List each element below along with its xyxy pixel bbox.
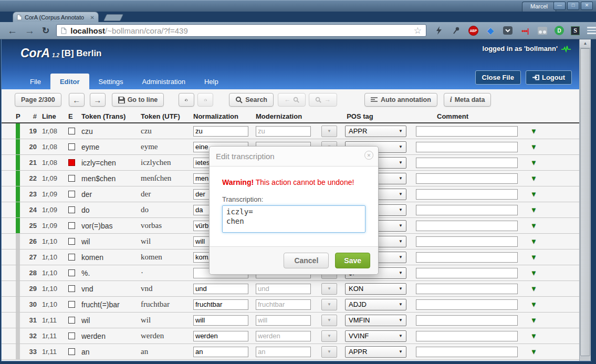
cancel-button[interactable]: Cancel — [284, 253, 329, 268]
error-checkbox[interactable] — [68, 238, 75, 245]
modernization-input[interactable] — [256, 299, 311, 310]
row-expand-icon[interactable]: ▼ — [530, 159, 537, 166]
modernization-input[interactable] — [256, 126, 311, 137]
error-checkbox[interactable] — [68, 175, 75, 182]
window-maximize-button[interactable]: □ — [567, 2, 579, 10]
tab-editor[interactable]: Editor — [50, 74, 89, 89]
row-expand-icon[interactable]: ▼ — [530, 285, 537, 292]
token-trans[interactable]: czu — [81, 127, 137, 136]
error-checkbox[interactable] — [68, 206, 75, 213]
goto-line-button[interactable]: Go to line — [112, 93, 164, 107]
pocket-extension-icon[interactable] — [503, 26, 513, 35]
adblock-extension-icon[interactable]: ABP — [468, 26, 478, 36]
dots-extension-icon[interactable]: •••| — [520, 25, 530, 36]
token-trans[interactable]: frucht(=)bar — [81, 300, 137, 309]
token-trans[interactable]: werden — [81, 332, 137, 340]
normalization-input[interactable] — [193, 126, 248, 137]
logout-button[interactable]: Logout — [526, 70, 572, 85]
error-checkbox[interactable] — [68, 332, 75, 339]
error-checkbox[interactable] — [68, 285, 75, 292]
comment-input[interactable] — [416, 252, 518, 263]
row-expand-icon[interactable]: ▼ — [530, 332, 537, 339]
prev-page-button[interactable]: ← — [69, 93, 85, 107]
lightning-extension-icon[interactable] — [434, 25, 444, 36]
new-tab-button[interactable] — [103, 14, 123, 21]
error-checkbox[interactable] — [68, 128, 75, 134]
modernization-input[interactable] — [256, 284, 311, 294]
transcription-textarea[interactable]: iczly= chen — [222, 205, 365, 233]
pin-extension-icon[interactable] — [451, 25, 462, 36]
comment-input[interactable] — [416, 189, 518, 200]
comment-input[interactable] — [416, 315, 518, 326]
token-trans[interactable]: der — [81, 190, 137, 199]
token-trans[interactable]: iczly=chen — [81, 159, 137, 167]
comment-input[interactable] — [416, 221, 518, 231]
comment-input[interactable] — [416, 126, 518, 137]
browser-menu-icon[interactable] — [587, 27, 596, 34]
token-trans[interactable]: eyme — [81, 143, 137, 151]
error-checkbox[interactable] — [68, 254, 75, 261]
row-expand-icon[interactable]: ▼ — [530, 175, 537, 182]
normalization-input[interactable] — [193, 315, 248, 326]
normalization-input[interactable] — [193, 299, 248, 310]
token-trans[interactable]: vnd — [81, 285, 137, 293]
auto-annotation-button[interactable]: Auto annotation — [364, 93, 437, 107]
error-checkbox[interactable] — [68, 317, 75, 324]
scrollbar-up-icon[interactable]: ▲ — [580, 39, 591, 48]
window-close-button[interactable]: ✕ — [581, 2, 593, 10]
save-button[interactable]: Save — [335, 253, 370, 268]
error-checkbox[interactable] — [68, 222, 75, 229]
modernization-input[interactable] — [256, 331, 311, 341]
tab-administration[interactable]: Administration — [133, 74, 195, 89]
token-trans[interactable]: komen — [81, 253, 137, 262]
tab-settings[interactable]: Settings — [89, 74, 133, 89]
comment-input[interactable] — [416, 236, 518, 247]
comment-input[interactable] — [416, 205, 518, 215]
normalization-input[interactable] — [193, 284, 248, 294]
token-trans[interactable]: wil — [81, 237, 137, 246]
tab-close-icon[interactable]: ✕ — [90, 15, 95, 20]
normalization-input[interactable] — [193, 331, 248, 341]
row-expand-icon[interactable]: ▼ — [530, 348, 537, 355]
modernization-dropdown-button[interactable]: ▼ — [321, 346, 337, 358]
search-button[interactable]: Search — [229, 93, 274, 107]
error-checkbox[interactable] — [68, 191, 75, 197]
row-expand-icon[interactable]: ▼ — [530, 269, 537, 276]
tiles-extension-icon[interactable] — [538, 27, 547, 35]
error-checkbox[interactable] — [68, 301, 75, 308]
comment-input[interactable] — [416, 331, 518, 341]
page-indicator-button[interactable]: Page 2/300 — [15, 93, 61, 107]
redo-button[interactable] — [197, 93, 213, 107]
modernization-dropdown-button[interactable]: ▼ — [321, 283, 337, 295]
modernization-dropdown-button[interactable]: ▼ — [321, 315, 337, 326]
url-bar[interactable]: localhost/~bollmann/cora/?f=439 ☆ — [56, 24, 426, 37]
error-checkbox[interactable] — [68, 143, 75, 150]
row-expand-icon[interactable]: ▼ — [530, 317, 537, 324]
forward-button[interactable]: → — [25, 26, 35, 36]
comment-input[interactable] — [416, 142, 518, 152]
bookmark-star-icon[interactable]: ☆ — [414, 26, 422, 35]
reload-button[interactable]: ↻ — [42, 26, 49, 35]
comment-input[interactable] — [416, 284, 518, 294]
token-trans[interactable]: wil — [81, 316, 137, 325]
comment-input[interactable] — [416, 347, 518, 357]
comment-input[interactable] — [416, 158, 518, 168]
close-file-button[interactable]: Close File — [475, 70, 521, 85]
modernization-dropdown-button[interactable]: ▼ — [321, 299, 337, 310]
tab-help[interactable]: Help — [195, 74, 228, 89]
modernization-input[interactable] — [256, 315, 311, 326]
token-trans[interactable]: %. — [81, 269, 137, 277]
row-expand-icon[interactable]: ▼ — [530, 128, 537, 134]
search-prev-button[interactable]: ← — [278, 93, 306, 107]
tab-file[interactable]: File — [20, 74, 50, 89]
browser-tab[interactable]: CorA (Corpus Annotato ✕ — [13, 12, 99, 23]
comment-input[interactable] — [416, 173, 518, 184]
row-expand-icon[interactable]: ▼ — [530, 238, 537, 245]
pos-tag-select[interactable]: ADJD▼ — [345, 299, 406, 310]
push-extension-icon[interactable]: D — [555, 26, 564, 35]
back-button[interactable]: ← — [7, 26, 17, 36]
row-expand-icon[interactable]: ▼ — [530, 254, 537, 261]
row-expand-icon[interactable]: ▼ — [530, 222, 537, 229]
search-next-button[interactable]: → — [309, 93, 337, 107]
pos-tag-select[interactable]: APPR▼ — [345, 126, 406, 137]
